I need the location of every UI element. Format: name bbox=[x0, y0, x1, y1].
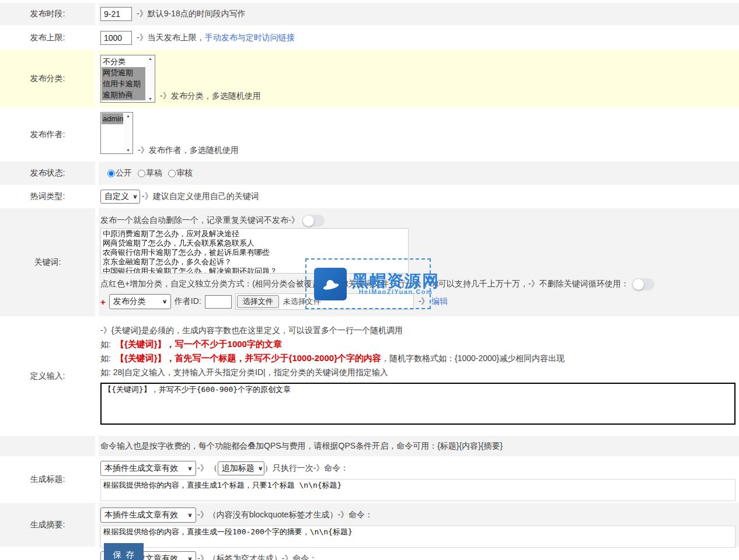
multiselect-option[interactable]: 网贷逾期 bbox=[102, 67, 145, 78]
row-publish-limit: 发布上限: -》当天发布上限， 手动发布与定时访问链接 bbox=[0, 25, 739, 50]
publish-limit-hint: -》当天发布上限， bbox=[137, 33, 205, 43]
define-input-line1: -》{关键词}是必须的，生成内容字数也在这里定义，可以设置多个一行一个随机调用 bbox=[100, 323, 739, 337]
chevron-down-icon: ∨ bbox=[184, 512, 193, 518]
command-note-text: 命令输入也是按字收费的，每个功能都会叠加QPS与费用，请根据QPS条件开启，命令… bbox=[100, 441, 503, 452]
generate-title-hint: 只执行一次-》命令： bbox=[273, 463, 349, 474]
scrollbar[interactable]: ▲ ▼ bbox=[146, 55, 155, 102]
radio-status-public[interactable]: 公开 bbox=[107, 168, 132, 178]
chevron-down-icon: ∨ bbox=[129, 193, 138, 200]
file-status-text: 未选择文件 bbox=[283, 296, 321, 307]
row-command-note: 命令输入也是按字收费的，每个功能都会叠加QPS与费用，请根据QPS条件开启，命令… bbox=[0, 436, 739, 456]
generate-title-label: 生成标题: bbox=[30, 474, 65, 485]
publish-category-hint: -》发布分类，多选随机使用 bbox=[160, 91, 261, 102]
multiselect-option[interactable]: 逾期协商 bbox=[102, 89, 145, 100]
row-publish-time: 发布时段: -》默认9-18点的时间段内写作 bbox=[0, 3, 739, 25]
chevron-down-icon: ∨ bbox=[184, 465, 193, 471]
row-hotword-type: 热词类型: 自定义 ∨ -》建议自定义使用自己的关键词 bbox=[0, 185, 739, 208]
scroll-down-icon[interactable]: ▼ bbox=[148, 97, 152, 101]
keyword-file-input[interactable]: 选择文件 未选择文件 bbox=[235, 293, 414, 310]
radio-input-review[interactable] bbox=[168, 170, 176, 177]
select-value: 自定义 bbox=[104, 191, 129, 202]
select-value: 本插件生成文章有效 bbox=[104, 510, 178, 520]
scroll-down-icon[interactable]: ▼ bbox=[126, 148, 130, 152]
chevron-down-icon: ∨ bbox=[159, 298, 168, 304]
generate-tags-hint: -》（标签为空才生成）-》命令： bbox=[197, 554, 317, 560]
row-publish-category: 发布分类: 不分类 网贷逾期 信用卡逾期 逾期协商 ▲ ▼ -》发布分类，多选随… bbox=[0, 50, 739, 107]
example-rest-text: ，随机字数格式如：{1000-2000}减少相同内容出现 bbox=[381, 354, 564, 363]
dedupe-toggle[interactable] bbox=[302, 215, 325, 227]
scroll-up-icon[interactable]: ▲ bbox=[126, 114, 130, 118]
publish-limit-label: 发布上限: bbox=[30, 33, 65, 43]
keywords-note-text: 点红色+增加分类，自定义独立分类方式：(相同分类会被覆盖)上传txt关键词文件一… bbox=[100, 279, 629, 289]
row-publish-author: 发布作者: admin ▲ ▼ -》发布作者，多选随机使用 bbox=[0, 107, 739, 162]
radio-label: 草稿 bbox=[146, 168, 162, 178]
keywords-textarea[interactable]: 中原消费逾期了怎么办，应对及解决途径 网商贷逾期了怎么办，几天会联系紧急联系人 … bbox=[100, 228, 409, 274]
example-red-text: 【{关键词}】，写一个不少于1000字的文章 bbox=[116, 339, 282, 349]
publish-limit-input[interactable] bbox=[100, 31, 132, 45]
row-generate-summary: 生成摘要: 本插件生成文章有效 ∨ -》（内容没有blockquote标签才生成… bbox=[0, 503, 739, 547]
radio-status-review[interactable]: 审核 bbox=[168, 168, 193, 178]
radio-status-draft[interactable]: 草稿 bbox=[138, 168, 162, 178]
radio-label: 公开 bbox=[116, 168, 132, 178]
generate-summary-textarea[interactable]: 根据我提供给你的内容，直接生成一段100-200个字的摘要，\n\n{标题} bbox=[100, 526, 735, 548]
chevron-down-icon: ∨ bbox=[184, 555, 193, 560]
hotword-type-hint: -》建议自定义使用自己的关键词 bbox=[142, 191, 259, 202]
keywords-label: 关键词: bbox=[34, 257, 61, 268]
loop-keywords-toggle[interactable] bbox=[632, 278, 654, 290]
edit-arrow-text: -》 bbox=[419, 296, 430, 307]
row-define-input: 定义输入: -》{关键词}是必须的，生成内容字数也在这里定义，可以设置多个一行一… bbox=[0, 316, 739, 436]
select-value: 追加标题 bbox=[222, 463, 255, 474]
add-category-button[interactable]: + bbox=[100, 297, 106, 307]
generate-summary-label: 生成摘要: bbox=[30, 520, 65, 530]
publish-author-label: 发布作者: bbox=[30, 130, 65, 140]
publish-category-label: 发布分类: bbox=[30, 74, 65, 84]
define-input-line2: 如:【{关键词}】，写一个不少于1000字的文章 bbox=[100, 337, 739, 351]
author-id-input[interactable] bbox=[205, 295, 232, 309]
multiselect-option[interactable]: 信用卡逾期 bbox=[102, 78, 145, 89]
example-prefix: 如: bbox=[100, 340, 111, 349]
hotword-type-select[interactable]: 自定义 ∨ bbox=[100, 190, 140, 204]
row-generate-title: 生成标题: 本插件生成文章有效 ∨ -》 （ 追加标题 ∨ ） 只执行一次-》命… bbox=[0, 456, 739, 503]
publish-status-label: 发布状态: bbox=[30, 168, 65, 178]
publish-time-input[interactable] bbox=[100, 7, 132, 21]
paren-text: （ bbox=[210, 463, 218, 474]
save-button[interactable]: 保存 bbox=[104, 543, 144, 560]
generate-summary-hint: -》（内容没有blockquote标签才生成）-》命令： bbox=[197, 510, 373, 520]
title-mode-select[interactable]: 追加标题 ∨ bbox=[218, 461, 264, 475]
multiselect-options: 不分类 网贷逾期 信用卡逾期 逾期协商 bbox=[101, 55, 146, 102]
define-input-line3: 如:【{关键词}】，首先写一个标题，并写不少于{1000-2000}个字的内容，… bbox=[100, 351, 739, 365]
scrollbar[interactable]: ▲ ▼ bbox=[124, 113, 133, 153]
dedupe-toggle-text: 发布一个就会自动删除一个，记录重复关键词不发布-》 bbox=[100, 215, 299, 226]
keyword-category-select[interactable]: 发布分类 ∨ bbox=[109, 294, 171, 309]
arrow-text: -》 bbox=[197, 463, 208, 474]
example-prefix: 如: bbox=[100, 354, 111, 363]
multiselect-option[interactable]: admin bbox=[102, 113, 123, 124]
select-value: 本插件生成文章有效 bbox=[104, 463, 178, 474]
row-publish-status: 发布状态: 公开 草稿 审核 bbox=[0, 162, 739, 185]
author-id-label: 作者ID: bbox=[175, 296, 201, 307]
choose-file-button[interactable]: 选择文件 bbox=[237, 295, 279, 308]
title-scope-select[interactable]: 本插件生成文章有效 ∨ bbox=[100, 461, 196, 476]
summary-scope-select[interactable]: 本插件生成文章有效 ∨ bbox=[100, 508, 196, 523]
scroll-up-icon[interactable]: ▲ bbox=[148, 57, 152, 61]
radio-input-public[interactable] bbox=[107, 170, 115, 177]
publish-time-hint: -》默认9-18点的时间段内写作 bbox=[137, 9, 246, 19]
multiselect-option[interactable]: 不分类 bbox=[102, 56, 145, 67]
publish-category-multiselect[interactable]: 不分类 网贷逾期 信用卡逾期 逾期协商 ▲ ▼ bbox=[100, 55, 155, 103]
radio-label: 审核 bbox=[176, 168, 193, 178]
chevron-down-icon: ∨ bbox=[255, 465, 263, 471]
hotword-type-label: 热词类型: bbox=[30, 191, 65, 202]
manual-publish-link[interactable]: 手动发布与定时访问链接 bbox=[205, 33, 295, 43]
generate-title-textarea[interactable]: 根据我提供给你的内容，直接生成1个标题，只要1个标题 \n\n{标题} bbox=[100, 479, 735, 501]
plugin-settings-page: 发布时段: -》默认9-18点的时间段内写作 发布上限: -》当天发布上限， 手… bbox=[0, 0, 739, 560]
example-red-text: 【{关键词}】，首先写一个标题，并写不少于{1000-2000}个字的内容 bbox=[116, 353, 381, 363]
define-input-line4: 如: 28|自定义输入，支持输入开头指定分类ID|，指定分类的关键词使用指定输入 bbox=[100, 365, 739, 379]
publish-author-multiselect[interactable]: admin ▲ ▼ bbox=[100, 112, 133, 154]
row-keywords: 关键词: 发布一个就会自动删除一个，记录重复关键词不发布-》 中原消费逾期了怎么… bbox=[0, 208, 739, 316]
radio-input-draft[interactable] bbox=[138, 170, 145, 177]
define-input-textarea[interactable]: 【{关键词}】，并写不少于{600-900}个字的原创文章 bbox=[100, 383, 735, 425]
paren-text: ） bbox=[264, 463, 273, 474]
select-value: 发布分类 bbox=[113, 296, 146, 307]
edit-link[interactable]: 编辑 bbox=[431, 296, 448, 307]
multiselect-options: admin bbox=[101, 113, 124, 153]
